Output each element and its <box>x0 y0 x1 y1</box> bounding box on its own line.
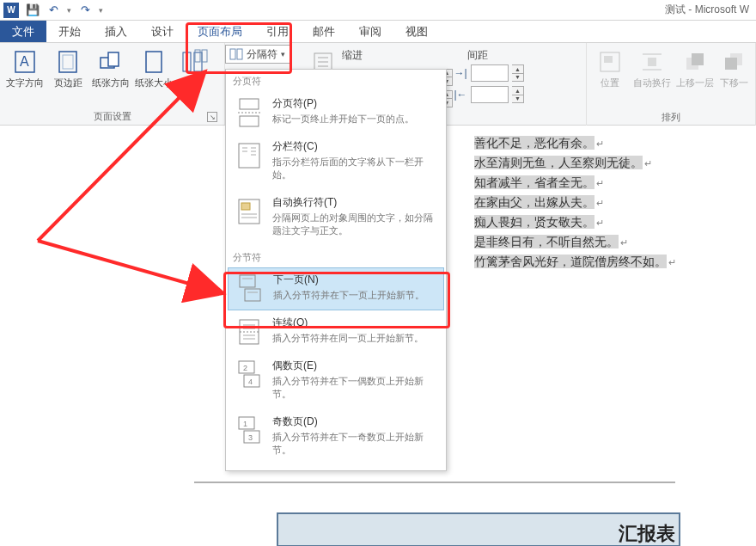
menu-item-title: 奇数页(D) <box>272 414 437 429</box>
group-arrange: 位置 自动换行 上移一层 下移一 排列 <box>586 43 756 126</box>
tab-home[interactable]: 开始 <box>46 21 93 42</box>
paragraph-mark-icon: ↵ <box>596 138 604 149</box>
svg-rect-12 <box>237 49 242 59</box>
menu-item-title: 分栏符(C) <box>272 139 437 154</box>
svg-rect-25 <box>725 58 737 70</box>
menu-item-title: 连续(O) <box>272 316 437 330</box>
menu-item-desc: 插入分节符并在下一偶数页上开始新节。 <box>272 375 437 401</box>
qat-customize-icon[interactable]: ▾ <box>99 6 103 15</box>
redo-icon[interactable]: ↷ <box>78 3 92 17</box>
size-button[interactable]: 纸张大小 <box>134 46 174 90</box>
continuous-icon <box>235 316 264 345</box>
menu-item-even-page[interactable]: 24 偶数页(E) 插入分节符并在下一偶数页上开始新节。 <box>226 353 446 409</box>
document-content[interactable]: 善化不足，恶化有余。↵ 水至清则无鱼，人至察则无徒。↵ 知者减半，省者全无。↵ … <box>474 133 749 272</box>
indent-right-spinner[interactable]: ▲▼ <box>512 86 524 103</box>
tab-page-layout[interactable]: 页面布局 <box>186 21 254 42</box>
svg-rect-26 <box>240 99 259 109</box>
orientation-label: 纸张方向 <box>92 77 130 89</box>
menu-item-desc: 插入分节符并在下一奇数页上开始新节。 <box>272 431 437 457</box>
undo-more-icon[interactable]: ▾ <box>67 6 71 15</box>
text-line: 是非终日有，不听自然无。 <box>474 235 619 248</box>
bring-forward-label: 上移一层 <box>676 77 714 89</box>
svg-line-58 <box>38 241 220 292</box>
menu-item-continuous[interactable]: 连续(O) 插入分节符并在同一页上开始新节。 <box>226 310 446 353</box>
menu-item-title: 下一页(N) <box>273 273 436 287</box>
even-page-icon: 24 <box>235 359 264 388</box>
breaks-dropdown-menu: 分页符 分页符(P) 标记一页终止并开始下一页的点。 分栏符(C) 指示分栏符后… <box>225 69 447 471</box>
spacing-label: 间距 <box>467 48 488 63</box>
svg-rect-5 <box>108 52 119 66</box>
orientation-button[interactable]: 纸张方向 <box>91 46 131 90</box>
indent-right-icon: |← <box>454 88 467 101</box>
page-break-icon <box>235 96 264 126</box>
tab-file[interactable]: 文件 <box>0 21 46 42</box>
text-line: 在家由父，出嫁从夫。 <box>474 195 594 209</box>
svg-rect-43 <box>240 320 259 344</box>
breaks-button[interactable]: 分隔符 ▾ <box>225 45 290 64</box>
menu-item-text-wrapping-break[interactable]: 自动换行符(T) 分隔网页上的对象周围的文字，如分隔题注文字与正文。 <box>226 190 446 246</box>
breaks-caret-icon: ▾ <box>281 50 285 58</box>
wrap-text-button[interactable]: 自动换行 <box>632 46 672 90</box>
indent-left-icon: →| <box>454 66 467 80</box>
wrap-text-label: 自动换行 <box>633 77 671 89</box>
svg-rect-9 <box>195 50 200 62</box>
paragraph-mark-icon: ↵ <box>596 218 604 228</box>
svg-rect-18 <box>604 56 613 63</box>
tab-view[interactable]: 视图 <box>393 21 440 42</box>
svg-rect-19 <box>648 58 656 66</box>
tab-insert[interactable]: 插入 <box>93 21 139 42</box>
svg-rect-23 <box>692 53 704 65</box>
margins-button[interactable]: 页边距 <box>48 46 88 90</box>
send-backward-icon <box>720 48 747 76</box>
save-icon[interactable]: 💾 <box>26 3 40 17</box>
menu-item-next-page[interactable]: 下一页(N) 插入分节符并在下一页上开始新节。 <box>228 267 444 310</box>
indent-right-input[interactable] <box>471 86 509 103</box>
ribbon-tabs: 文件 开始 插入 设计 页面布局 引用 邮件 审阅 视图 <box>0 21 756 43</box>
report-title: 汇报表 <box>619 521 675 546</box>
position-icon <box>596 48 624 76</box>
indent-left-input[interactable] <box>471 64 509 82</box>
indent-left-spinner[interactable]: ▲▼ <box>512 64 524 82</box>
bring-forward-button[interactable]: 上移一层 <box>675 46 715 90</box>
size-label: 纸张大小 <box>135 77 173 89</box>
paragraph-mark-icon: ↵ <box>644 158 652 169</box>
menu-item-odd-page[interactable]: 13 奇数页(D) 插入分节符并在下一奇数页上开始新节。 <box>226 409 446 465</box>
margins-label: 页边距 <box>54 77 82 89</box>
paragraph-mark-icon: ↵ <box>596 178 604 188</box>
menu-item-column-break[interactable]: 分栏符(C) 指示分栏符后面的文字将从下一栏开始。 <box>226 134 446 190</box>
wrap-text-icon <box>638 48 666 76</box>
orientation-icon <box>97 48 125 76</box>
position-label: 位置 <box>601 77 619 89</box>
tab-review[interactable]: 审阅 <box>347 21 393 42</box>
tab-design[interactable]: 设计 <box>139 21 186 42</box>
page-setup-launcher-icon[interactable]: ↘ <box>207 112 217 122</box>
position-button[interactable]: 位置 <box>592 46 629 90</box>
text-direction-button[interactable]: A 文字方向 <box>5 46 45 90</box>
columns-small-button[interactable] <box>191 46 211 65</box>
text-line: 竹篱茅舍风光好，道院僧房终不如。 <box>474 255 667 268</box>
svg-rect-29 <box>239 144 259 168</box>
word-icon: W <box>3 3 19 18</box>
svg-text:2: 2 <box>243 364 247 372</box>
undo-icon[interactable]: ↶ <box>46 3 60 17</box>
svg-rect-10 <box>202 50 207 62</box>
send-backward-button[interactable]: 下移一 <box>718 46 750 90</box>
dropdown-section-page-breaks: 分页符 <box>226 70 446 91</box>
tab-mailings[interactable]: 邮件 <box>301 21 347 42</box>
text-line: 善化不足，恶化有余。 <box>474 136 594 150</box>
menu-item-desc: 插入分节符并在同一页上开始新节。 <box>272 332 437 345</box>
tab-references[interactable]: 引用 <box>254 21 301 42</box>
text-line: 痴人畏妇，贤女敬夫。 <box>474 215 594 229</box>
menu-item-title: 自动换行符(T) <box>272 195 437 210</box>
menu-item-page-break[interactable]: 分页符(P) 标记一页终止并开始下一页的点。 <box>226 91 446 134</box>
menu-item-title: 分页符(P) <box>272 96 437 111</box>
svg-rect-7 <box>183 52 191 71</box>
svg-rect-36 <box>241 203 250 210</box>
svg-text:3: 3 <box>248 433 253 442</box>
columns-small-icon <box>194 49 208 63</box>
column-break-icon <box>235 139 264 169</box>
menu-item-title: 偶数页(E) <box>272 359 437 373</box>
svg-text:4: 4 <box>248 377 253 386</box>
group-arrange-label: 排列 <box>592 109 750 124</box>
quick-access-toolbar: W 💾 ↶ ▾ ↷ ▾ 测试 - Microsoft W <box>0 0 756 21</box>
